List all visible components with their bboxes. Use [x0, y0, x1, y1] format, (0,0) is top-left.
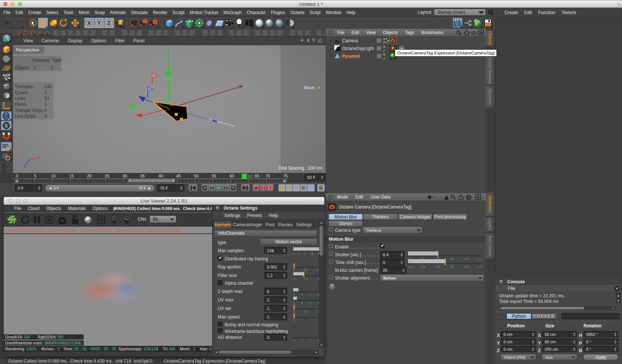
- svg-text:45: 45: [176, 174, 181, 178]
- svg-text:0: 0: [293, 339, 295, 342]
- svg-text:0: 0: [310, 293, 311, 296]
- svg-text:-1.0: -1.0: [408, 265, 413, 268]
- svg-text:0: 0: [293, 293, 295, 296]
- svg-text:1: 1: [318, 310, 319, 313]
- svg-text:1: 1: [293, 253, 295, 255]
- svg-text:M: M: [125, 217, 128, 220]
- svg-text:.0: .0: [293, 277, 295, 280]
- svg-text:60: 60: [230, 174, 234, 178]
- svg-text:0: 0: [293, 319, 295, 321]
- svg-text:?: ?: [269, 186, 271, 190]
- svg-text:0: 0: [310, 339, 311, 342]
- svg-text:0: 0: [317, 269, 318, 271]
- svg-text:Z: Z: [107, 20, 111, 26]
- svg-text:-0.6: -0.6: [420, 265, 425, 268]
- svg-text:25: 25: [105, 174, 109, 178]
- svg-text:0.2: 0.2: [450, 265, 454, 268]
- svg-text:35: 35: [140, 174, 145, 178]
- svg-text:20: 20: [87, 174, 91, 178]
- svg-text:X: X: [37, 156, 40, 160]
- svg-text:1.6: 1.6: [304, 277, 308, 280]
- svg-text:3: 3: [318, 277, 319, 280]
- svg-text:Y: Y: [97, 20, 101, 26]
- svg-text:50: 50: [194, 174, 198, 178]
- svg-text:0: 0: [301, 339, 303, 342]
- svg-text:3: 3: [298, 253, 300, 255]
- svg-text:70: 70: [265, 174, 270, 178]
- svg-text:18: 18: [310, 253, 313, 255]
- svg-text:62: 62: [248, 174, 253, 178]
- svg-text:X: X: [87, 20, 91, 26]
- svg-text:40: 40: [158, 174, 163, 178]
- svg-text:0.0: 0.0: [304, 269, 307, 271]
- svg-text:30: 30: [123, 174, 127, 178]
- svg-text:0: 0: [318, 302, 319, 304]
- svg-text:0: 0: [318, 293, 319, 296]
- svg-text:15: 15: [69, 174, 74, 178]
- svg-text:0: 0: [301, 302, 303, 304]
- svg-text:0: 0: [293, 310, 295, 313]
- svg-text:0: 0: [318, 339, 319, 342]
- svg-text:0: 0: [301, 293, 303, 296]
- svg-text:S: S: [5, 123, 8, 128]
- svg-text:P: P: [302, 186, 305, 190]
- svg-text:10: 10: [51, 174, 56, 178]
- svg-text:65: 65: [255, 174, 259, 178]
- svg-text:F: F: [113, 217, 115, 220]
- svg-text:5: 5: [34, 174, 36, 178]
- svg-text:0: 0: [16, 174, 18, 178]
- svg-text:75: 75: [283, 174, 288, 178]
- svg-text:7: 7: [305, 253, 306, 255]
- svg-text:-0.2: -0.2: [435, 265, 440, 268]
- svg-text:4: 4: [318, 253, 319, 255]
- svg-text:0: 0: [293, 269, 295, 271]
- svg-text:0: 0: [293, 302, 295, 304]
- svg-text:0.6: 0.6: [465, 265, 469, 268]
- svg-text:0: 0: [310, 302, 311, 304]
- svg-text:55: 55: [212, 174, 216, 178]
- svg-text:Z: Z: [24, 163, 27, 168]
- svg-text:1.0: 1.0: [478, 265, 482, 268]
- svg-text:1.4: 1.4: [304, 310, 308, 313]
- svg-text:Y: Y: [28, 146, 31, 150]
